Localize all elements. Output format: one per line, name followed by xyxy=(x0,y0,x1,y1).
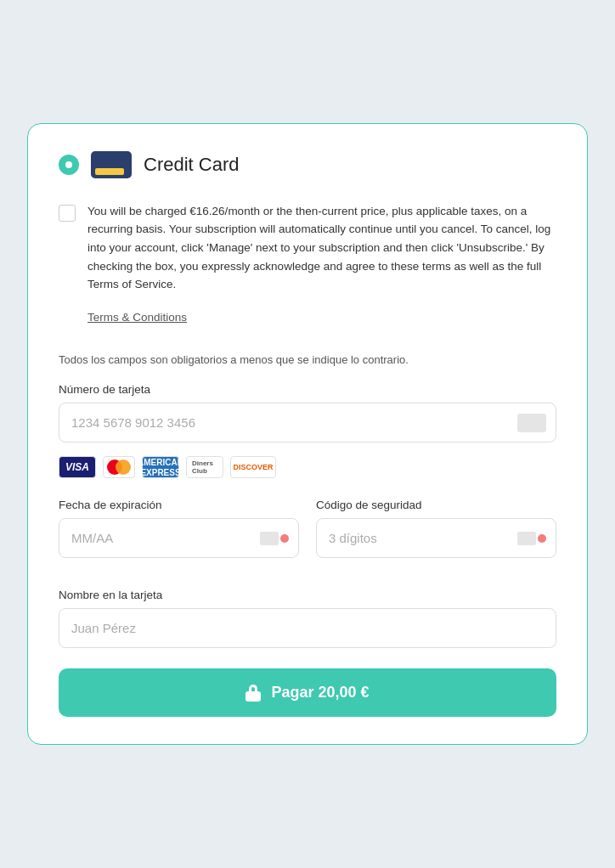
amex-icon: AMERICAN EXPRESS xyxy=(142,456,179,478)
terms-content: You will be charged €16.26/month or the … xyxy=(87,202,556,324)
payment-card: Credit Card You will be charged €16.26/m… xyxy=(27,123,588,745)
cvv-input-wrapper xyxy=(316,518,556,558)
card-number-wrapper xyxy=(59,403,556,442)
card-number-icon xyxy=(517,414,546,432)
discover-icon: DISCOVER xyxy=(230,456,276,478)
name-label: Nombre en la tarjeta xyxy=(59,589,556,601)
terms-checkbox[interactable] xyxy=(59,205,76,222)
cvv-label: Código de seguridad xyxy=(316,499,556,511)
expiry-icon xyxy=(260,532,289,545)
terms-body: You will be charged €16.26/month or the … xyxy=(87,202,556,294)
payment-header: Credit Card xyxy=(59,151,556,178)
name-input[interactable] xyxy=(59,608,556,648)
credit-card-icon xyxy=(91,151,132,178)
pay-button[interactable]: Pagar 20,00 € xyxy=(59,668,556,717)
payment-title: Credit Card xyxy=(144,154,239,176)
card-number-input[interactable] xyxy=(59,403,556,442)
form-section: Todos los campos son obligatorios a meno… xyxy=(59,352,556,718)
mastercard-icon xyxy=(103,456,135,478)
name-input-wrapper xyxy=(59,608,556,648)
pay-button-label: Pagar 20,00 € xyxy=(271,684,369,702)
expiry-label: Fecha de expiración xyxy=(59,499,299,511)
expiry-cvv-row: Fecha de expiración Código de seguridad xyxy=(59,499,556,572)
terms-link[interactable]: Terms & Conditions xyxy=(87,311,187,324)
cvv-icon xyxy=(517,532,546,545)
visa-icon: VISA xyxy=(59,456,96,478)
card-number-label: Número de tarjeta xyxy=(59,383,556,396)
lock-icon xyxy=(245,685,261,702)
cvv-field: Código de seguridad xyxy=(316,499,556,572)
diners-icon: Diners Club xyxy=(186,456,223,478)
radio-button[interactable] xyxy=(59,155,79,175)
form-hint: Todos los campos son obligatorios a meno… xyxy=(59,352,556,369)
card-brands: VISA AMERICAN EXPRESS Diners Club DISCOV… xyxy=(59,456,556,478)
terms-checkbox-wrapper xyxy=(59,205,76,324)
expiry-field: Fecha de expiración xyxy=(59,499,299,572)
terms-section: You will be charged €16.26/month or the … xyxy=(59,202,556,324)
expiry-input-wrapper xyxy=(59,518,299,558)
